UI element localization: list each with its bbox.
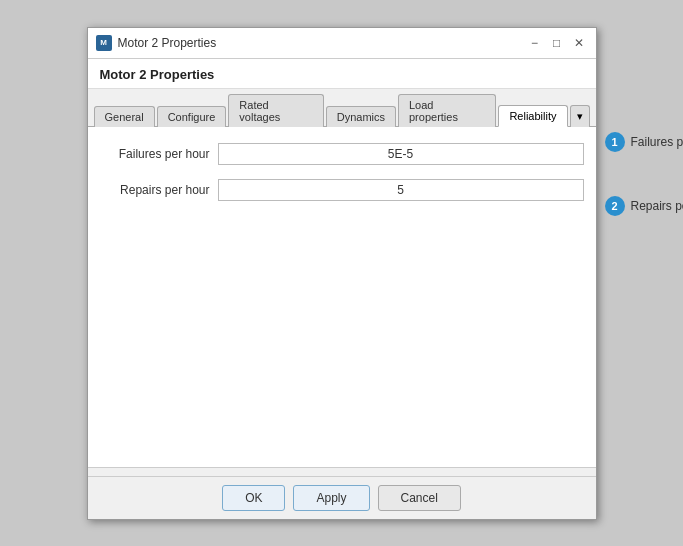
annotation-1: 1 Failures per hour (605, 132, 684, 152)
tab-configure[interactable]: Configure (157, 106, 227, 127)
repairs-per-hour-input[interactable] (218, 179, 584, 201)
ok-button[interactable]: OK (222, 485, 285, 511)
tab-rated-voltages[interactable]: Rated voltages (228, 94, 323, 127)
tabs-bar: General Configure Rated voltages Dynamic… (88, 89, 596, 127)
tab-load-properties[interactable]: Load properties (398, 94, 496, 127)
failures-per-hour-label: Failures per hour (100, 147, 210, 161)
annotation-text-2: Repairs per hour (631, 199, 684, 213)
tab-dynamics[interactable]: Dynamics (326, 106, 396, 127)
tab-reliability[interactable]: Reliability (498, 105, 567, 127)
annotation-badge-2: 2 (605, 196, 625, 216)
footer-divider (88, 467, 596, 468)
footer: OK Apply Cancel (88, 476, 596, 519)
window-title-section: Motor 2 Properties (88, 59, 596, 89)
repairs-per-hour-label: Repairs per hour (100, 183, 210, 197)
failures-per-hour-row: Failures per hour (100, 143, 584, 165)
properties-window: M Motor 2 Properties − □ ✕ Motor 2 Prope… (87, 27, 597, 520)
tab-overflow-button[interactable]: ▾ (570, 105, 590, 127)
tab-general[interactable]: General (94, 106, 155, 127)
annotation-2: 2 Repairs per hour (605, 196, 684, 216)
content-area: Failures per hour Repairs per hour (88, 127, 596, 467)
title-bar: M Motor 2 Properties − □ ✕ (88, 28, 596, 59)
window-title: Motor 2 Properties (118, 36, 217, 50)
title-controls: − □ ✕ (526, 34, 588, 52)
repairs-per-hour-row: Repairs per hour (100, 179, 584, 201)
minimize-button[interactable]: − (526, 34, 544, 52)
failures-per-hour-input[interactable] (218, 143, 584, 165)
annotation-badge-1: 1 (605, 132, 625, 152)
apply-button[interactable]: Apply (293, 485, 369, 511)
main-title: Motor 2 Properties (100, 67, 215, 82)
maximize-button[interactable]: □ (548, 34, 566, 52)
app-icon: M (96, 35, 112, 51)
annotations-panel: 1 Failures per hour 2 Repairs per hour (605, 132, 684, 230)
close-button[interactable]: ✕ (570, 34, 588, 52)
annotation-text-1: Failures per hour (631, 135, 684, 149)
cancel-button[interactable]: Cancel (378, 485, 461, 511)
